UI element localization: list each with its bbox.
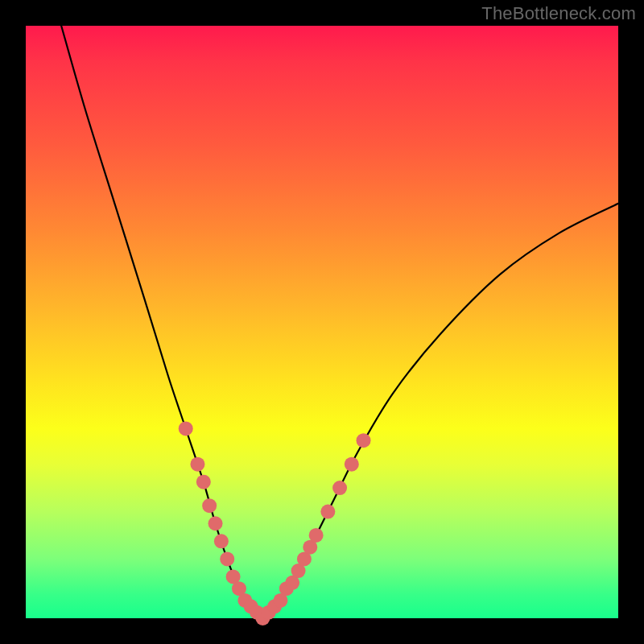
bottleneck-curve-path [61,26,618,618]
highlight-dot [357,433,371,448]
highlight-dot [332,481,347,495]
highlight-dot [190,457,204,472]
chart-svg [26,26,618,618]
highlight-dot [202,498,217,513]
highlight-dot [345,457,359,472]
highlight-dot [320,505,335,519]
highlight-dot [309,528,324,543]
highlight-dot [208,516,223,530]
highlight-dot [196,475,211,489]
highlight-dot [179,421,193,436]
watermark-text: TheBottleneck.com [481,3,636,24]
plot-area [26,26,618,618]
highlight-dot [214,534,229,548]
highlight-dots-group [179,421,371,625]
highlight-dot [220,551,234,566]
chart-frame: TheBottleneck.com [0,0,644,644]
